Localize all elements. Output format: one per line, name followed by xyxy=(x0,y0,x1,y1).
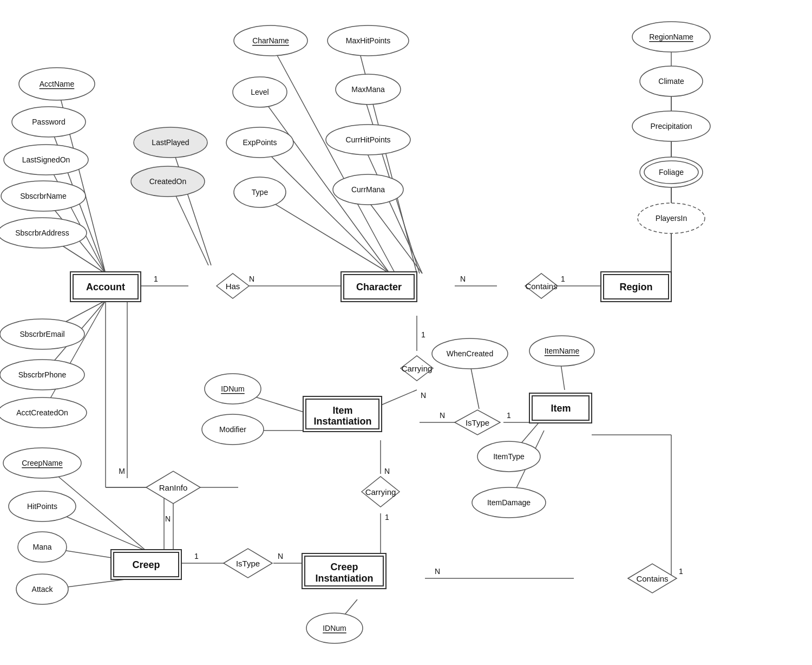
item-inst-label-line1: Item xyxy=(332,405,352,416)
itemname-text: ItemName xyxy=(545,347,580,355)
card-char-contains: N xyxy=(460,275,466,283)
maxhitpoints-text: MaxHitPoints xyxy=(346,36,390,45)
level-text: Level xyxy=(251,88,269,96)
card-creepinst-contains-n: N xyxy=(435,567,440,576)
idnum-iteminst-text: IDNum xyxy=(221,384,245,393)
playersin-text: PlayersIn xyxy=(656,214,687,223)
card-contains-item-1: 1 xyxy=(679,567,683,576)
card-carrying-iteminst-n: N xyxy=(421,391,426,400)
password-text: Password xyxy=(32,118,65,126)
whencreated-text: WhenCreated xyxy=(447,349,493,358)
svg-line-38 xyxy=(46,160,106,273)
has-label: Has xyxy=(226,282,240,291)
item-inst-label-line2: Instantiation xyxy=(314,416,372,427)
createdon-text: CreatedOn xyxy=(149,177,186,186)
maxmana-text: MaxMana xyxy=(351,85,385,94)
carrying-creep-item-label: Carrying xyxy=(365,487,396,497)
contains-creep-item-label: Contains xyxy=(636,574,668,583)
card-raninfo-m: M xyxy=(119,467,125,475)
contains-char-region-label: Contains xyxy=(525,282,557,291)
character-label: Character xyxy=(356,282,402,292)
card-char-carrying-1: 1 xyxy=(421,330,425,339)
idnum-creepinst-text: IDNum xyxy=(323,624,346,633)
type-text: Type xyxy=(252,188,269,197)
precipitation-text: Precipitation xyxy=(650,122,692,131)
itemtype-text: ItemType xyxy=(493,452,525,461)
regionname-text: RegionName xyxy=(649,32,693,41)
lastsignedon-text: LastSignedOn xyxy=(22,155,70,164)
card-raninfo-n: N xyxy=(165,514,171,523)
card-contains-region: 1 xyxy=(561,275,565,283)
sbscrbr-email-text: SbscrbrEmail xyxy=(19,330,64,338)
creep-inst-label-line2: Instantiation xyxy=(316,573,374,584)
mana-text: Mana xyxy=(32,543,51,551)
card-has-char: N xyxy=(249,275,254,283)
sbscrbr-phone-text: SbscrbrPhone xyxy=(18,370,67,379)
creep-inst-label-line1: Creep xyxy=(330,562,358,572)
foliage-text: Foliage xyxy=(659,168,684,177)
card-carrying-bottom-1: 1 xyxy=(385,513,389,521)
istype-creep-label: IsType xyxy=(236,559,260,568)
creepname-text: CreepName xyxy=(22,459,63,467)
svg-line-21 xyxy=(171,142,211,265)
modifier-text: Modifier xyxy=(219,425,246,434)
item-label: Item xyxy=(551,403,571,414)
card-carrying-bottom-n: N xyxy=(384,467,390,475)
creep-label: Creep xyxy=(132,559,160,570)
hitpoints-text: HitPoints xyxy=(27,502,57,511)
charname-text: CharName xyxy=(252,36,289,45)
er-diagram: Has Contains Carrying IsType Carrying Is… xyxy=(0,0,812,665)
acctcreatedon-text: AcctCreatedOn xyxy=(16,408,68,417)
card-iteminst-istype-n: N xyxy=(440,411,445,420)
account-label: Account xyxy=(86,282,125,292)
svg-line-5 xyxy=(381,390,417,405)
sbscrbraddress-text: SbscrbrAddress xyxy=(15,229,69,237)
carrying-char-item-label: Carrying xyxy=(402,364,433,373)
card-istype-creepinst-n: N xyxy=(278,552,283,560)
climate-text: Climate xyxy=(658,77,684,86)
card-istype-item-1: 1 xyxy=(507,411,511,420)
currmana-text: CurrMana xyxy=(351,185,385,194)
region-label: Region xyxy=(620,282,653,292)
svg-line-29 xyxy=(363,144,422,273)
raninfo-label: RanInfo xyxy=(159,483,188,492)
card-account-has: 1 xyxy=(154,275,158,283)
lastplayed-text: LastPlayed xyxy=(152,138,189,147)
sbscrbrname-text: SbscrbrName xyxy=(20,192,67,200)
svg-line-25 xyxy=(260,145,390,273)
attack-text: Attack xyxy=(32,585,54,594)
istype-item-label: IsType xyxy=(466,418,489,427)
exppoints-text: ExpPoints xyxy=(243,138,277,147)
currhitpoints-text: CurrHitPoints xyxy=(345,135,390,144)
svg-line-26 xyxy=(260,195,390,273)
itemdamage-text: ItemDamage xyxy=(487,498,531,507)
svg-line-30 xyxy=(363,194,422,273)
card-creep-istype-1: 1 xyxy=(194,552,199,560)
acctname-text: AcctName xyxy=(40,80,75,88)
svg-line-50 xyxy=(471,368,479,409)
